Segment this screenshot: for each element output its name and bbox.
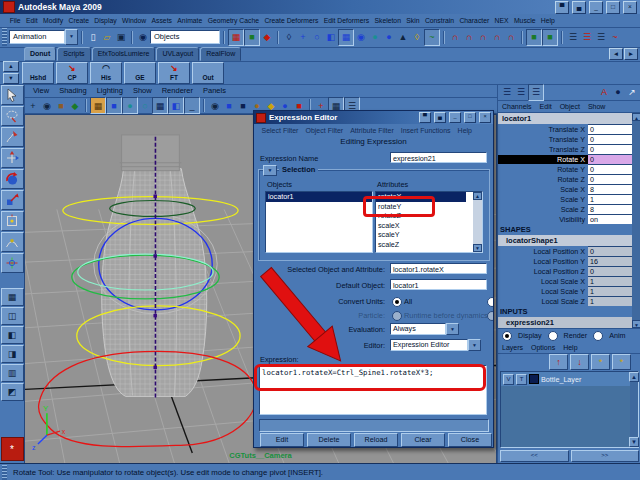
rotate-tool-button[interactable] (1, 169, 24, 189)
menu-create-deformers[interactable]: Create Deformers (262, 17, 321, 24)
layer-row-bottle-layer[interactable]: V T Bottle_Layer (501, 372, 630, 386)
le-help-menu[interactable]: Help (559, 344, 581, 351)
attribute-filter-menu[interactable]: Attribute Filter (347, 127, 398, 134)
wireframe-mode-icon[interactable]: ◉ (208, 98, 222, 113)
edit-button[interactable]: Edit (260, 433, 304, 447)
tool-settings-icon[interactable]: ● (611, 85, 625, 100)
dropdown-arrow-icon[interactable]: ▼ (446, 323, 459, 335)
shelf-button-ft[interactable]: ↘ FT (158, 62, 190, 84)
scroll-down-icon[interactable]: ▼ (473, 244, 482, 252)
channel-row[interactable]: Scale X8 (498, 184, 632, 194)
move-tool-button[interactable] (1, 148, 24, 168)
shelf-menu-icon[interactable]: ▴ (3, 61, 19, 72)
light-icon[interactable]: ▲ (396, 30, 410, 45)
snap-grid-icon[interactable]: ∩ (448, 30, 462, 45)
layout-four-pane-button[interactable]: ◫ (1, 307, 24, 325)
channel-row-rotate-x-selected[interactable]: Rotate X0 (498, 154, 632, 164)
expression-textarea[interactable]: locator1.rotateX=Ctrl_Spine1.rotateX*3; (259, 365, 487, 415)
layout-single-pane-button[interactable]: ▦ (1, 288, 24, 306)
shelf-button-ge[interactable]: GE (124, 62, 156, 84)
bookmark-icon[interactable]: ■ (54, 98, 68, 113)
textured-mode-icon[interactable]: ■ (236, 98, 250, 113)
grid-display-icon[interactable]: ▦ (338, 29, 354, 46)
channel-row[interactable]: Local Scale Z1 (498, 296, 632, 306)
reload-button[interactable]: Reload (354, 433, 398, 447)
soft-modification-button[interactable] (1, 232, 24, 252)
image-plane-icon[interactable]: ◆ (68, 98, 82, 113)
channel-row[interactable]: Local Scale X1 (498, 276, 632, 286)
dialog-pin-button[interactable]: ▄ (434, 112, 446, 123)
panel-menu-renderer[interactable]: Renderer (157, 86, 198, 95)
channel-layout-1-icon[interactable]: ☰ (500, 85, 514, 100)
menu-animate[interactable]: Animate (175, 17, 205, 24)
highlight-selection-icon[interactable]: + (296, 30, 310, 45)
channels-menu[interactable]: Channels (498, 103, 536, 110)
new-layer-with-selected-icon[interactable]: * (612, 354, 631, 370)
layer-list-scrollbar[interactable]: ▲ ▼ (630, 372, 638, 447)
gate-mask-icon[interactable]: ○ (138, 98, 152, 113)
input-node-name[interactable]: expression21 (498, 317, 632, 328)
shelf-scroll-right-icon[interactable]: ► (624, 48, 638, 60)
shelf-button-his[interactable]: ◠ His (90, 62, 122, 84)
camera-lock-icon[interactable]: ◉ (40, 98, 54, 113)
menu-display[interactable]: Display (92, 17, 120, 24)
current-tool-icon[interactable]: * (1, 437, 24, 461)
select-object-icon[interactable]: ■ (244, 29, 260, 46)
paint-select-tool-button[interactable] (1, 127, 24, 147)
editor-dropdown[interactable]: Expression Editor ▼ (390, 339, 481, 351)
channel-row[interactable]: Local Position Y16 (498, 256, 632, 266)
dropdown-arrow-icon[interactable]: ▼ (468, 339, 481, 351)
menu-muscle[interactable]: Muscle (511, 17, 538, 24)
default-object-field[interactable]: locator1 (390, 279, 487, 290)
channel-row[interactable]: Rotate Y0 (498, 164, 632, 174)
convert-units-none-radio[interactable] (487, 297, 494, 307)
attributes-list[interactable]: rotateX rotateY rotateZ scaleX scaleY sc… (375, 191, 483, 253)
layout-persp-graph-button[interactable]: ◨ (1, 345, 24, 363)
move-layer-down-icon[interactable]: ↓ (570, 354, 589, 370)
channel-row[interactable]: Rotate Z0 (498, 174, 632, 184)
menu-help[interactable]: Help (538, 17, 557, 24)
field-chart-icon[interactable]: ▦ (152, 97, 168, 114)
shelf-tab-scripts[interactable]: Scripts (57, 47, 90, 61)
select-by-type-icon[interactable]: ○ (310, 30, 324, 45)
save-scene-icon[interactable]: ▣ (114, 30, 128, 45)
paint-effects-link-icon[interactable]: ~ (608, 30, 622, 45)
insert-functions-menu[interactable]: Insert Functions (397, 127, 454, 134)
evaluation-dropdown[interactable]: Always ▼ (390, 323, 459, 335)
universal-manipulator-button[interactable] (1, 211, 24, 231)
menu-edit[interactable]: Edit (23, 17, 40, 24)
input-connections-icon[interactable]: ■ (526, 29, 542, 46)
snap-point-icon[interactable]: ∩ (476, 30, 490, 45)
menu-character[interactable]: Character (457, 17, 492, 24)
film-gate-icon[interactable]: ■ (106, 97, 122, 114)
shelf-tab-realflow[interactable]: RealFlow (200, 47, 241, 61)
menu-set-selector[interactable]: Animation ▼ (9, 29, 78, 45)
history-lock-icon[interactable]: ◊ (410, 30, 424, 45)
channel-layout-2-icon[interactable]: ☰ (514, 85, 528, 100)
menu-file[interactable]: File (7, 17, 23, 24)
clear-button[interactable]: Clear (401, 433, 445, 447)
dialog-maximize-button[interactable]: □ (464, 112, 476, 123)
cb-show-menu[interactable]: Show (584, 103, 610, 110)
safe-action-icon[interactable]: ◧ (168, 97, 184, 114)
safe-title-icon[interactable]: _ (184, 97, 200, 114)
resolution-gate-icon[interactable]: ● (122, 97, 138, 114)
shaded-icon[interactable]: ● (382, 30, 396, 45)
menu-edit-deformers[interactable]: Edit Deformers (321, 17, 372, 24)
object-filter-menu[interactable]: Object Filter (302, 127, 347, 134)
help-line-drag-handle[interactable] (2, 465, 7, 480)
selected-object-attr-field[interactable]: locator1.rotateX (390, 263, 487, 274)
channel-row[interactable]: Translate X0 (498, 124, 632, 134)
display-radio[interactable] (502, 331, 512, 341)
selection-mask-icon[interactable]: ◉ (136, 30, 150, 45)
show-manipulator-button[interactable] (1, 253, 24, 273)
shelf-tab-efxtoolslumiere[interactable]: EfxToolsLumiere (92, 47, 156, 61)
objects-list[interactable]: locator1 (265, 191, 373, 253)
menu-nex[interactable]: NEX (492, 17, 511, 24)
layer-color-swatch[interactable] (529, 374, 539, 384)
output-connections-icon[interactable]: ■ (542, 29, 558, 46)
pin-window-button[interactable]: ▄ (572, 1, 586, 14)
wireframe-icon[interactable]: ◉ (354, 30, 368, 45)
attribute-item-rotatey[interactable]: rotateY (376, 202, 482, 212)
scroll-down-icon[interactable]: ▼ (632, 320, 640, 328)
